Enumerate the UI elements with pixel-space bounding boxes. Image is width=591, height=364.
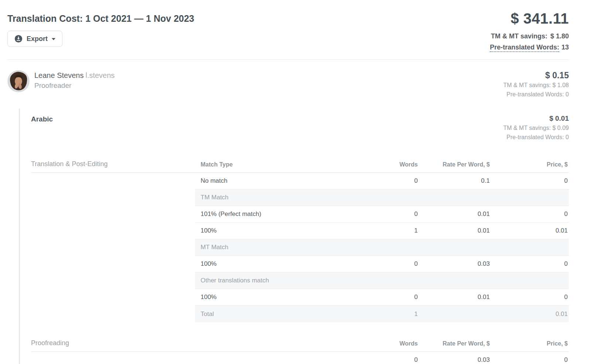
header-savings: TM & MT savings:$ 1.80 [490, 31, 569, 42]
cell-price: 0 [490, 177, 569, 185]
cell-words: 0 [355, 260, 418, 268]
language-summary: $ 0.01 TM & MT savings: $ 0.09 Pre-trans… [503, 109, 569, 142]
page-title: Translation Cost: 1 Oct 2021 — 1 Nov 202… [7, 10, 194, 24]
table-row: No match00.10 [195, 173, 569, 189]
table-header: Translation & Post-Editing Match Type Wo… [31, 160, 569, 173]
column-header-words: Words [355, 161, 418, 168]
header-savings-value: $ 1.80 [550, 32, 569, 40]
cell-rate: 0.01 [418, 210, 490, 218]
cell-rate: 0.03 [418, 260, 490, 268]
cell-price: 0.01 [490, 227, 569, 234]
cell-words: 0 [355, 177, 418, 185]
column-header-price: Price, $ [490, 161, 569, 168]
cell-label: 100% [195, 293, 355, 301]
header-pretranslated-value: 13 [561, 44, 569, 51]
cell-price: 0 [490, 293, 569, 301]
cell-words: 0 [355, 293, 418, 301]
language-section-arabic: Arabic $ 0.01 TM & MT savings: $ 0.09 Pr… [19, 109, 569, 364]
user-price: $ 0.15 [503, 70, 569, 80]
download-circle-icon [14, 35, 23, 43]
cell-words: 1 [355, 227, 418, 234]
match-group-row: TM Match [195, 189, 569, 206]
table-body: No match00.10TM Match101% (Perfect match… [195, 173, 569, 322]
cell-rate: 0.01 [418, 293, 490, 301]
table-section-label: Translation & Post-Editing [31, 160, 195, 168]
cell-words: 0 [355, 210, 418, 218]
report-header: Translation Cost: 1 Oct 2021 — 1 Nov 202… [7, 0, 569, 60]
language-price: $ 0.01 [503, 114, 569, 123]
cell-group-label: MT Match [195, 244, 569, 251]
cell-rate: 0.03 [418, 356, 490, 364]
cell-label: 100% [195, 227, 355, 234]
table-row: 100%00.030 [195, 256, 569, 272]
match-group-row: MT Match [195, 239, 569, 256]
table-row: 100%10.010.01 [195, 223, 569, 239]
chevron-down-icon [52, 38, 55, 40]
cell-label: No match [195, 177, 355, 185]
export-button-label: Export [27, 35, 48, 43]
user-name: Leane Stevens [34, 71, 83, 79]
translation-cost-report: Translation Cost: 1 Oct 2021 — 1 Nov 202… [7, 0, 569, 364]
table-row: 100%00.010 [195, 289, 569, 306]
column-header-rate: Rate Per Word, $ [418, 161, 490, 168]
total-row: Total10.01 [195, 306, 569, 322]
table-section-label: Proofreading [31, 339, 195, 347]
column-header-match-type: Match Type [195, 161, 355, 168]
column-header-words: Words [355, 340, 418, 347]
column-header-price: Price, $ [490, 340, 569, 347]
cell-words: 0 [355, 356, 418, 364]
language-pretranslated: Pre-translated Words: 0 [503, 133, 569, 142]
cell-rate: 0.1 [418, 177, 490, 185]
cell-price: 0 [490, 356, 569, 364]
cell-label: 100% [195, 260, 355, 268]
cell-label: Total [195, 310, 355, 318]
header-summary: TM & MT savings:$ 1.80 Pre-translated Wo… [490, 31, 569, 53]
avatar [7, 70, 30, 92]
cell-label: 101% (Perfect match) [195, 210, 355, 218]
user-login: l.stevens [85, 71, 115, 79]
language-name: Arabic [31, 109, 53, 123]
cell-price: 0 [490, 260, 569, 268]
header-pretranslated-label: Pre-translated Words: [490, 44, 559, 52]
cell-group-label: TM Match [195, 194, 569, 201]
user-row: Leane Stevensl.stevens Proofreader $ 0.1… [7, 70, 569, 99]
table-body: 00.030 [195, 352, 569, 364]
column-header-match-type [195, 340, 355, 347]
user-summary: $ 0.15 TM & MT savings: $ 1.08 Pre-trans… [503, 70, 569, 99]
table-translation-post-editing: Translation & Post-Editing Match Type Wo… [31, 160, 569, 322]
total-price: $ 341.11 [511, 10, 569, 27]
table-row: 00.030 [195, 352, 569, 364]
column-header-rate: Rate Per Word, $ [418, 340, 490, 347]
header-savings-label: TM & MT savings: [491, 32, 547, 40]
match-group-row: Other translations match [195, 272, 569, 289]
user-pretranslated: Pre-translated Words: 0 [503, 90, 569, 99]
table-header: Proofreading Words Rate Per Word, $ Pric… [31, 339, 569, 352]
cell-price: 0.01 [490, 310, 569, 318]
user-savings: TM & MT savings: $ 1.08 [503, 80, 569, 90]
table-proofreading: Proofreading Words Rate Per Word, $ Pric… [31, 339, 569, 364]
cell-rate: 0.01 [418, 227, 490, 234]
table-row: 101% (Perfect match)00.010 [195, 206, 569, 223]
cell-group-label: Other translations match [195, 277, 569, 284]
user-role: Proofreader [34, 82, 115, 90]
header-pretranslated: Pre-translated Words:13 [490, 42, 569, 53]
export-button[interactable]: Export [7, 31, 62, 47]
cell-price: 0 [490, 210, 569, 218]
cell-words: 1 [355, 310, 418, 318]
language-savings: TM & MT savings: $ 0.09 [503, 123, 569, 133]
